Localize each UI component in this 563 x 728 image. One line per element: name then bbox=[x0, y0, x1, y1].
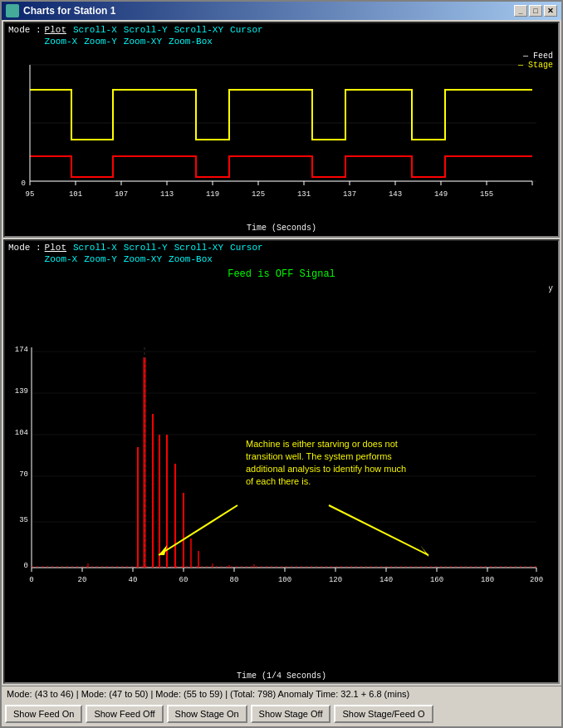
svg-text:0: 0 bbox=[22, 180, 26, 188]
svg-text:137: 137 bbox=[343, 190, 356, 199]
chart1-zoom-y-button[interactable]: Zoom-Y bbox=[84, 37, 117, 47]
svg-text:149: 149 bbox=[434, 190, 448, 199]
maximize-button[interactable]: □ bbox=[529, 5, 542, 17]
show-feed-off-button[interactable]: Show Feed Off bbox=[86, 705, 163, 723]
chart-panel-1: Mode : Plot Scroll-X Scroll-Y Scroll-XY … bbox=[3, 22, 560, 238]
chart1-mode-label: Mode : bbox=[8, 25, 42, 35]
minimize-button[interactable]: _ bbox=[514, 5, 527, 17]
chart2-svg: 0 35 70 104 139 174 bbox=[5, 281, 549, 605]
chart2-scroll-xy-button[interactable]: Scroll-XY bbox=[174, 243, 223, 253]
chart1-svg: 0 95 bbox=[5, 48, 549, 202]
chart2-cursor-button[interactable]: Cursor bbox=[230, 243, 263, 253]
svg-text:140: 140 bbox=[379, 576, 393, 584]
chart2-zoom-x-button[interactable]: Zoom-X bbox=[45, 254, 78, 264]
show-stage-feed-button[interactable]: Show Stage/Feed O bbox=[334, 705, 433, 723]
svg-text:107: 107 bbox=[115, 190, 128, 199]
chart2-title: Feed is OFF Signal bbox=[228, 268, 335, 280]
title-bar: Charts for Station 1 _ □ ✕ bbox=[2, 2, 561, 20]
svg-text:20: 20 bbox=[78, 576, 87, 584]
show-stage-off-button[interactable]: Show Stage Off bbox=[251, 705, 331, 723]
svg-text:0: 0 bbox=[24, 562, 28, 570]
chart1-mode-bar: Mode : Plot Scroll-X Scroll-Y Scroll-XY … bbox=[5, 23, 558, 37]
chart1-zoom-xy-button[interactable]: Zoom-XY bbox=[124, 37, 162, 47]
chart1-mode-bar-2: Mode : Zoom-X Zoom-Y Zoom-XY Zoom-Box bbox=[5, 37, 558, 48]
svg-rect-0 bbox=[5, 48, 549, 202]
svg-text:Machine is either starving or : Machine is either starving or does not bbox=[246, 439, 398, 449]
svg-text:additional analysis to identif: additional analysis to identify how much bbox=[246, 464, 406, 474]
chart-panel-2: Mode : Plot Scroll-X Scroll-Y Scroll-XY … bbox=[3, 239, 560, 684]
chart2-mode-label: Mode : bbox=[8, 243, 42, 253]
chart2-area: — Frequency Machine is either starving o… bbox=[5, 281, 558, 671]
chart1-plot-button[interactable]: Plot bbox=[45, 25, 66, 35]
chart2-zoom-box-button[interactable]: Zoom-Box bbox=[169, 254, 213, 264]
svg-text:131: 131 bbox=[297, 190, 311, 199]
app-icon bbox=[6, 4, 19, 17]
chart2-scroll-x-button[interactable]: Scroll-X bbox=[73, 243, 117, 253]
content-area: Mode : Plot Scroll-X Scroll-Y Scroll-XY … bbox=[2, 20, 561, 686]
svg-text:95: 95 bbox=[26, 190, 35, 199]
svg-text:119: 119 bbox=[206, 190, 219, 199]
chart1-feed-legend: — Feed bbox=[518, 52, 553, 61]
title-bar-buttons: _ □ ✕ bbox=[514, 5, 557, 17]
button-bar: Show Feed On Show Feed Off Show Stage On… bbox=[2, 701, 561, 726]
svg-text:104: 104 bbox=[15, 429, 28, 437]
chart2-mode-bar: Mode : Plot Scroll-X Scroll-Y Scroll-XY … bbox=[5, 241, 558, 254]
chart2-mode-bar-2: Mode : Zoom-X Zoom-Y Zoom-XY Zoom-Box bbox=[5, 254, 558, 266]
show-feed-on-button[interactable]: Show Feed On bbox=[5, 705, 82, 723]
svg-text:113: 113 bbox=[160, 190, 174, 199]
svg-text:40: 40 bbox=[129, 576, 138, 584]
chart1-x-label: Time (Seconds) bbox=[5, 223, 558, 234]
svg-text:120: 120 bbox=[329, 576, 342, 584]
chart1-area: — Feed — Stage 0 bbox=[5, 48, 558, 223]
svg-text:174: 174 bbox=[15, 346, 28, 354]
chart2-plot-button[interactable]: Plot bbox=[45, 243, 66, 253]
chart1-scroll-y-button[interactable]: Scroll-Y bbox=[124, 25, 168, 35]
svg-text:101: 101 bbox=[69, 190, 82, 199]
svg-text:125: 125 bbox=[252, 190, 265, 199]
svg-text:143: 143 bbox=[389, 190, 402, 199]
chart2-zoom-xy-button[interactable]: Zoom-XY bbox=[124, 254, 162, 264]
status-text: Mode: (43 to 46) | Mode: (47 to 50) | Mo… bbox=[7, 689, 409, 699]
close-button[interactable]: ✕ bbox=[544, 5, 557, 17]
svg-text:100: 100 bbox=[278, 576, 291, 584]
svg-text:0: 0 bbox=[29, 576, 33, 584]
chart1-stage-legend: — Stage bbox=[518, 61, 553, 70]
svg-text:155: 155 bbox=[480, 190, 493, 199]
svg-text:of each there is.: of each there is. bbox=[246, 476, 311, 486]
chart2-zoom-y-button[interactable]: Zoom-Y bbox=[84, 254, 117, 264]
window-title: Charts for Station 1 bbox=[23, 5, 510, 17]
chart1-zoom-box-button[interactable]: Zoom-Box bbox=[169, 37, 213, 47]
svg-text:70: 70 bbox=[19, 470, 28, 479]
svg-text:200: 200 bbox=[530, 576, 543, 584]
svg-text:180: 180 bbox=[481, 576, 494, 584]
svg-text:transition well.  The system p: transition well. The system performs bbox=[246, 451, 392, 461]
svg-text:80: 80 bbox=[230, 576, 239, 584]
svg-text:35: 35 bbox=[19, 516, 28, 524]
main-window: Charts for Station 1 _ □ ✕ Mode : Plot S… bbox=[0, 0, 563, 728]
chart1-zoom-x-button[interactable]: Zoom-X bbox=[45, 37, 78, 47]
chart1-legend: — Feed — Stage bbox=[518, 52, 553, 70]
svg-text:60: 60 bbox=[179, 576, 188, 584]
svg-text:139: 139 bbox=[15, 387, 28, 396]
show-stage-on-button[interactable]: Show Stage On bbox=[167, 705, 247, 723]
chart1-cursor-button[interactable]: Cursor bbox=[230, 25, 263, 35]
chart2-x-label: Time (1/4 Seconds) bbox=[5, 671, 558, 682]
chart2-scroll-y-button[interactable]: Scroll-Y bbox=[124, 243, 168, 253]
svg-text:160: 160 bbox=[430, 576, 443, 584]
chart1-scroll-x-button[interactable]: Scroll-X bbox=[73, 25, 117, 35]
chart2-title-area: Feed is OFF Signal bbox=[5, 266, 558, 281]
chart1-scroll-xy-button[interactable]: Scroll-XY bbox=[174, 25, 223, 35]
status-bar: Mode: (43 to 46) | Mode: (47 to 50) | Mo… bbox=[2, 686, 561, 701]
